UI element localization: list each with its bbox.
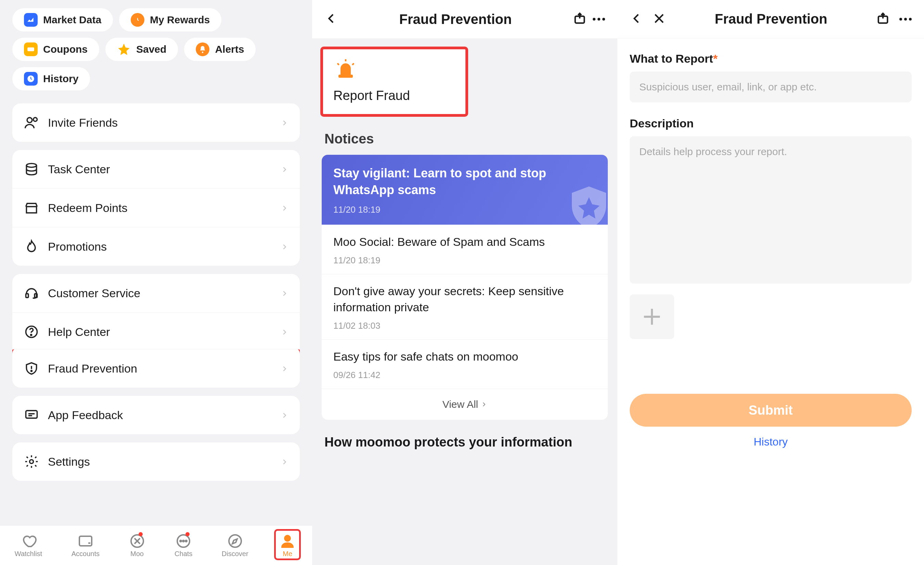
svg-point-6 (26, 164, 36, 167)
add-attachment-button[interactable] (630, 295, 674, 339)
history-label: History (754, 436, 788, 448)
coins-icon (24, 162, 39, 177)
plus-icon (640, 305, 664, 329)
tab-watchlist[interactable]: Watchlist (15, 533, 42, 558)
svg-point-18 (183, 540, 184, 542)
tab-moo[interactable]: Moo (129, 533, 146, 558)
menu-fraud-prevention[interactable]: Fraud Prevention (12, 349, 300, 388)
svg-point-19 (186, 540, 187, 542)
notice-time: 11/20 18:19 (333, 255, 596, 266)
menu-redeem-points[interactable]: Redeem Points (12, 188, 300, 227)
notice-title: Moo Social: Beware of Spam and Scams (333, 234, 596, 250)
menu-task-center[interactable]: Task Center (12, 150, 300, 188)
question-circle-icon (24, 324, 39, 340)
menu-help-center[interactable]: Help Center (12, 312, 300, 351)
menu-app-feedback[interactable]: App Feedback (12, 396, 300, 434)
tile-label: Report Fraud (333, 88, 455, 103)
tab-label: Accounts (72, 550, 100, 558)
menu-promotions[interactable]: Promotions (12, 227, 300, 266)
view-all-label: View All (442, 398, 478, 410)
tab-label: Moo (130, 550, 144, 558)
notice-time: 09/26 11:42 (333, 370, 596, 380)
people-icon (24, 115, 39, 130)
view-all-button[interactable]: View All (322, 389, 608, 420)
fraud-prevention-pane: Fraud Prevention Report Fraud Notices St… (312, 0, 617, 565)
menu-label: Fraud Prevention (48, 362, 137, 375)
nav-bar: Fraud Prevention (312, 0, 617, 38)
notices-heading: Notices (312, 115, 617, 155)
tab-label: Discover (222, 550, 249, 558)
menu-label: App Feedback (48, 409, 123, 422)
close-button[interactable] (652, 12, 666, 27)
menu-label: Redeem Points (48, 201, 127, 215)
notice-title: Stay vigilant: Learn to spot and stop Wh… (333, 165, 596, 198)
tab-accounts[interactable]: Accounts (72, 533, 100, 558)
notice-title: Easy tips for safe chats on moomoo (333, 349, 596, 365)
flame-icon (24, 239, 39, 254)
shop-icon (24, 200, 39, 215)
notice-item[interactable]: Easy tips for safe chats on moomoo 09/26… (322, 340, 608, 389)
tab-discover[interactable]: Discover (222, 533, 249, 558)
notification-dot-icon (139, 532, 143, 536)
chip-label: Market Data (43, 14, 101, 26)
chevron-right-icon (280, 455, 288, 469)
chip-market-data[interactable]: Market Data (12, 8, 113, 32)
more-button[interactable] (593, 18, 605, 21)
chevron-right-icon (280, 325, 288, 339)
submit-label: Submit (749, 403, 793, 418)
chevron-right-icon (280, 201, 288, 215)
chip-history[interactable]: History (12, 67, 90, 90)
tab-chats[interactable]: Chats (174, 533, 192, 558)
back-button[interactable] (324, 12, 338, 27)
back-button[interactable] (630, 12, 644, 27)
notice-item[interactable]: Moo Social: Beware of Spam and Scams 11/… (322, 225, 608, 274)
menu-invite-friends[interactable]: Invite Friends (12, 104, 300, 142)
chevron-right-icon (280, 240, 288, 253)
description-textarea[interactable]: Details help process your report. (630, 136, 912, 284)
page-title: Fraud Prevention (715, 11, 828, 27)
star-icon (117, 42, 131, 56)
alarm-icon (333, 58, 455, 80)
menu-label: Customer Service (48, 287, 140, 300)
bell-icon (196, 42, 210, 56)
shield-alert-icon (24, 361, 39, 376)
svg-point-13 (30, 460, 33, 464)
what-to-report-input[interactable]: Suspicious user, email, link, or app etc… (630, 72, 912, 102)
notice-time: 11/02 18:03 (333, 320, 596, 331)
chip-label: Alerts (215, 44, 244, 55)
nav-bar: Fraud Prevention (617, 0, 924, 38)
menu-label: Task Center (48, 163, 110, 176)
notice-item[interactable]: Don't give away your secrets: Keep sensi… (322, 274, 608, 340)
share-button[interactable] (573, 12, 586, 27)
tab-me[interactable]: Me (274, 529, 301, 560)
shield-star-icon (563, 182, 608, 225)
featured-notice[interactable]: Stay vigilant: Learn to spot and stop Wh… (322, 155, 608, 225)
history-link[interactable]: History (617, 436, 924, 448)
highlight-box (320, 47, 468, 117)
chevron-right-icon (280, 163, 288, 176)
menu-settings[interactable]: Settings (12, 442, 300, 481)
chevron-right-icon (280, 362, 288, 375)
svg-rect-7 (26, 294, 28, 298)
clock-icon (24, 72, 38, 86)
chip-my-rewards[interactable]: My Rewards (119, 8, 221, 32)
chevron-right-icon (280, 409, 288, 422)
page-title: Fraud Prevention (344, 12, 567, 27)
submit-button[interactable]: Submit (630, 394, 912, 427)
svg-point-20 (229, 535, 241, 547)
chevron-right-icon (481, 401, 487, 407)
notice-title: Don't give away your secrets: Keep sensi… (333, 283, 596, 316)
chip-saved[interactable]: Saved (105, 38, 178, 61)
svg-point-4 (27, 117, 32, 123)
chip-alerts[interactable]: Alerts (184, 38, 256, 61)
svg-point-2 (202, 52, 203, 53)
share-button[interactable] (876, 12, 890, 27)
chip-label: Saved (136, 44, 166, 55)
chip-coupons[interactable]: Coupons (12, 38, 99, 61)
svg-point-5 (33, 117, 37, 121)
notice-time: 11/20 18:19 (333, 204, 596, 215)
report-fraud-tile[interactable]: Report Fraud (322, 49, 466, 115)
more-button[interactable] (899, 18, 912, 21)
svg-rect-14 (80, 536, 92, 546)
menu-customer-service[interactable]: Customer Service (12, 274, 300, 312)
